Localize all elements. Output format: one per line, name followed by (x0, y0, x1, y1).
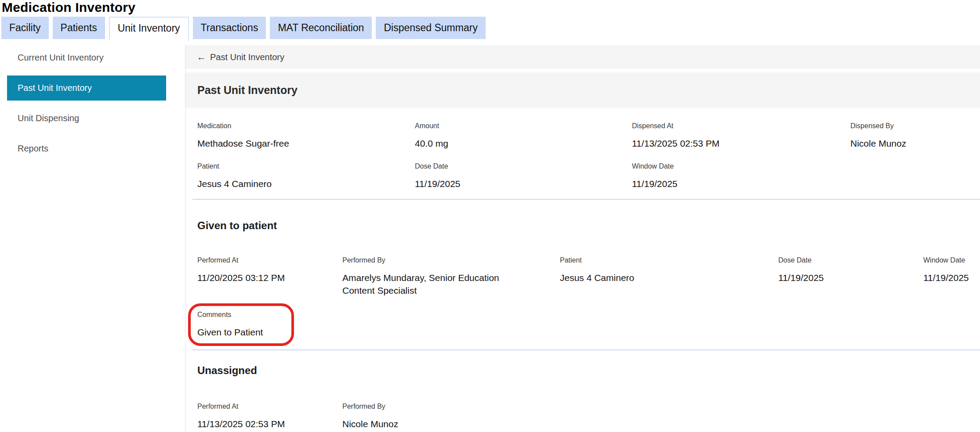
field-dose-date: Dose Date 11/19/2025 (415, 162, 461, 191)
field-performed-at-unassigned: Performed At 11/13/2025 02:53 PM (197, 402, 285, 431)
panel-header: Past Unit Inventory (185, 72, 980, 108)
field-medication: Medication Methadose Sugar-free (197, 122, 289, 150)
field-patient: Patient Jesus 4 Caminero (197, 162, 272, 191)
field-amount: Amount 40.0 mg (415, 122, 448, 150)
sidebar-item-current-unit-inventory[interactable]: Current Unit Inventory (0, 45, 185, 70)
tab-mat-reconciliation[interactable]: MAT Reconciliation (270, 17, 372, 39)
tab-patients[interactable]: Patients (53, 17, 105, 39)
field-performed-at-given: Performed At 11/20/2025 03:12 PM (197, 256, 285, 284)
field-comments: Comments Given to Patient (197, 310, 263, 339)
field-dispensed-by: Dispensed By Nicole Munoz (850, 122, 906, 150)
tab-bar: Facility Patients Unit Inventory Transac… (1, 17, 486, 41)
field-window-date: Window Date 11/19/2025 (632, 162, 678, 191)
field-dispensed-at: Dispensed At 11/13/2025 02:53 PM (632, 122, 719, 150)
field-performed-by-given: Performed By Amarelys Mundaray, Senior E… (342, 256, 531, 297)
tab-unit-inventory[interactable]: Unit Inventory (109, 17, 189, 41)
unassigned-heading: Unassigned (197, 364, 257, 377)
page-title: Medication Inventory (2, 0, 135, 15)
sidebar: Current Unit Inventory Past Unit Invento… (0, 39, 185, 166)
tab-facility[interactable]: Facility (1, 17, 49, 39)
given-to-patient-heading: Given to patient (197, 220, 277, 232)
field-patient-given: Patient Jesus 4 Caminero (560, 256, 634, 284)
sidebar-item-past-unit-inventory[interactable]: Past Unit Inventory (7, 76, 166, 101)
section-divider (192, 199, 980, 200)
tab-dispensed-summary[interactable]: Dispensed Summary (376, 17, 485, 39)
panel-heading: Past Unit Inventory (185, 72, 980, 108)
sidebar-item-unit-dispensing[interactable]: Unit Dispensing (0, 106, 185, 131)
sidebar-item-reports[interactable]: Reports (0, 136, 185, 161)
back-link-label: Past Unit Inventory (210, 52, 284, 62)
back-arrow-icon: ← (197, 52, 206, 62)
medication-inventory-screen: Medication Inventory Facility Patients U… (0, 0, 980, 432)
field-window-date-given: Window Date 11/19/2025 (923, 256, 969, 284)
section-divider (192, 349, 980, 350)
field-dose-date-given: Dose Date 11/19/2025 (778, 256, 824, 284)
tab-transactions[interactable]: Transactions (193, 17, 266, 39)
field-performed-by-unassigned: Performed By Nicole Munoz (342, 402, 398, 431)
back-link[interactable]: ← Past Unit Inventory (185, 45, 980, 69)
main-content: ← Past Unit Inventory Past Unit Inventor… (185, 45, 980, 432)
